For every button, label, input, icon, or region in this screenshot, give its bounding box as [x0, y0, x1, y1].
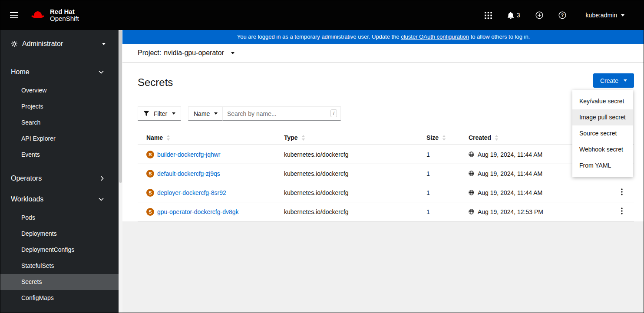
sidebar-section-label: Operators	[11, 174, 42, 183]
table-row: Sdefault-dockercfg-zj9qskubernetes.io/do…	[138, 164, 634, 183]
notification-bell-button[interactable]: 3	[506, 11, 521, 20]
login-banner: You are logged in as a temporary adminis…	[122, 30, 644, 44]
chevron-down-icon	[624, 79, 627, 82]
column-label: Size	[426, 134, 439, 141]
create-button[interactable]: Create	[593, 73, 634, 88]
chevron-right-icon	[100, 176, 104, 181]
size-cell: 1	[418, 164, 460, 183]
help-button[interactable]: ?	[558, 10, 567, 20]
app-launcher-button[interactable]	[484, 11, 493, 20]
create-menu-item-key-value-secret[interactable]: Key/value secret	[572, 93, 633, 109]
actions-cell	[610, 183, 634, 202]
secret-link[interactable]: builder-dockercfg-jqhwr	[157, 151, 221, 158]
scrollbar-thumb[interactable]	[119, 30, 122, 183]
chevron-down-icon	[172, 112, 175, 115]
sidebar-item-deploymentconfigs[interactable]: DeploymentConfigs	[0, 242, 119, 258]
search-attribute-dropdown[interactable]: Name	[188, 106, 223, 121]
kebab-menu-button[interactable]	[618, 187, 626, 198]
name-cell: Sgpu-operator-dockercfg-dv8gk	[138, 202, 275, 221]
sidebar-section-label: Home	[11, 68, 30, 76]
secrets-list-page: Secrets Create Filter	[122, 63, 644, 221]
user-menu[interactable]: kube:admin	[586, 12, 624, 19]
table-row: Sbuilder-dockercfg-jqhwrkubernetes.io/do…	[138, 145, 634, 164]
sidebar-section-workloads[interactable]: Workloads	[0, 189, 119, 210]
search-input[interactable]	[222, 106, 341, 121]
sidebar-section-items: PodsDeploymentsDeploymentConfigsStateful…	[0, 210, 119, 311]
project-label: Project:	[138, 49, 161, 57]
sidebar-item-deployments[interactable]: Deployments	[0, 226, 119, 242]
perspective-switcher[interactable]: Administrator	[0, 30, 119, 58]
sidebar-item-configmaps[interactable]: ConfigMaps	[0, 290, 119, 306]
sidebar-item-api-explorer[interactable]: API Explorer	[0, 131, 119, 147]
size-cell: 1	[418, 202, 460, 221]
column-header-name[interactable]: Name	[138, 131, 275, 145]
secret-link[interactable]: deployer-dockercfg-8sr92	[157, 189, 226, 196]
filter-icon	[143, 111, 149, 116]
sidebar-item-projects[interactable]: Projects	[0, 99, 119, 115]
created-timestamp: Aug 19, 2024, 11:44 AM	[478, 151, 542, 158]
perspective-label: Administrator	[22, 40, 63, 48]
search-shortcut-hint: /	[330, 109, 337, 117]
redhat-openshift-logo: Red Hat OpenShift	[30, 8, 79, 22]
banner-text-before: You are logged in as a temporary adminis…	[237, 33, 401, 40]
masthead: Red Hat OpenShift 3	[0, 0, 644, 30]
sidebar-section-operators[interactable]: Operators	[0, 168, 119, 189]
sidebar-item-pods[interactable]: Pods	[0, 210, 119, 226]
chevron-down-icon	[99, 70, 104, 74]
sidebar-section-home[interactable]: Home	[0, 62, 119, 82]
sort-icon	[442, 135, 446, 141]
kebab-icon	[621, 188, 623, 195]
project-selector[interactable]: Project: nvidia-gpu-operator	[138, 49, 234, 57]
sidebar-section-items: OverviewProjectsSearchAPI ExplorerEvents	[0, 82, 119, 168]
nav-toggle-button[interactable]	[8, 8, 20, 23]
create-menu-item-webhook-secret[interactable]: Webhook secret	[572, 142, 633, 158]
nav-sections: HomeOverviewProjectsSearchAPI ExplorerEv…	[0, 58, 119, 311]
table-row: Sgpu-operator-dockercfg-dv8gkkubernetes.…	[138, 202, 634, 221]
sidebar-item-secrets[interactable]: Secrets	[0, 274, 119, 290]
question-circle-icon: ?	[558, 11, 566, 19]
search-wrap: /	[222, 106, 341, 121]
created-cell: Aug 19, 2024, 12:53 PM	[460, 202, 610, 221]
sidebar-item-search[interactable]: Search	[0, 115, 119, 131]
chevron-down-icon	[102, 43, 106, 45]
search-group: Name /	[188, 106, 341, 121]
table-row: Sdeployer-dockercfg-8sr92kubernetes.io/d…	[138, 183, 634, 202]
size-cell: 1	[418, 145, 460, 164]
type-cell: kubernetes.io/dockercfg	[275, 202, 418, 221]
create-menu-item-from-yaml[interactable]: From YAML	[572, 158, 633, 174]
globe-icon	[469, 190, 474, 195]
oauth-config-link[interactable]: cluster OAuth configuration	[401, 33, 469, 40]
create-menu-item-source-secret[interactable]: Source secret	[572, 125, 633, 142]
column-header-type[interactable]: Type	[275, 131, 418, 145]
table-header: NameTypeSizeCreated	[138, 131, 634, 145]
notification-count: 3	[517, 12, 520, 19]
created-cell: Aug 19, 2024, 11:44 AM	[460, 183, 610, 202]
app-grid-icon	[485, 12, 492, 19]
page-body: Secrets Create Filter	[122, 63, 644, 313]
sidebar-scrollbar	[119, 30, 122, 313]
plus-circle-icon	[535, 11, 543, 19]
secret-icon: S	[146, 151, 154, 158]
create-menu-item-image-pull-secret[interactable]: Image pull secret	[572, 109, 633, 125]
column-header-size[interactable]: Size	[418, 131, 460, 145]
chevron-down-icon	[214, 112, 218, 115]
type-cell: kubernetes.io/dockercfg	[275, 164, 418, 183]
secret-icon: S	[146, 170, 154, 178]
sidebar-item-overview[interactable]: Overview	[0, 82, 119, 99]
secret-link[interactable]: gpu-operator-dockercfg-dv8gk	[157, 208, 239, 215]
filter-dropdown[interactable]: Filter	[138, 106, 181, 121]
sidebar-item-statefulsets[interactable]: StatefulSets	[0, 258, 119, 274]
column-label: Created	[469, 134, 491, 141]
sort-icon	[301, 135, 305, 141]
brand-name: Red Hat	[50, 8, 79, 15]
kebab-menu-button[interactable]	[618, 206, 626, 217]
sidebar-item-events[interactable]: Events	[0, 147, 119, 163]
secret-link[interactable]: default-dockercfg-zj9qs	[157, 170, 220, 177]
actions-cell	[610, 202, 634, 221]
search-attribute-label: Name	[194, 110, 210, 117]
redhat-logo-icon	[30, 9, 46, 21]
type-cell: kubernetes.io/dockercfg	[275, 183, 418, 202]
add-button[interactable]	[535, 10, 544, 20]
column-label: Name	[146, 134, 163, 141]
page-title: Secrets	[138, 75, 173, 89]
